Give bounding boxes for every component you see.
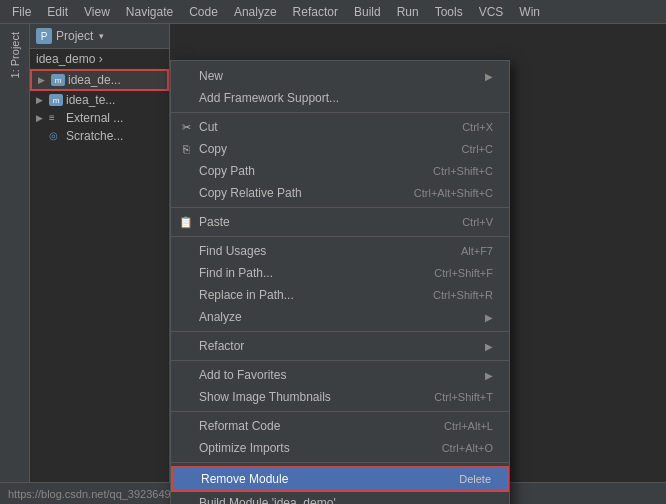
menu-item-find-usages-shortcut: Alt+F7 (461, 245, 493, 257)
menu-navigate[interactable]: Navigate (118, 3, 181, 21)
menu-code[interactable]: Code (181, 3, 226, 21)
menu-item-paste[interactable]: 📋 Paste Ctrl+V (171, 211, 509, 233)
tree-item-label: idea_de... (68, 73, 121, 87)
menu-item-replace-in-path-shortcut: Ctrl+Shift+R (433, 289, 493, 301)
tree-item-external[interactable]: ▶ ≡ External ... (30, 109, 169, 127)
external-icon: ≡ (49, 112, 63, 124)
menu-build[interactable]: Build (346, 3, 389, 21)
menu-item-find-in-path[interactable]: Find in Path... Ctrl+Shift+F (171, 262, 509, 284)
menu-item-copy-path[interactable]: Copy Path Ctrl+Shift+C (171, 160, 509, 182)
menu-item-build-module[interactable]: Build Module 'idea_demo' (171, 492, 509, 504)
copy-icon: ⎘ (179, 142, 193, 156)
menu-item-show-thumbnails-label: Show Image Thumbnails (199, 390, 331, 404)
menu-item-reformat[interactable]: Reformat Code Ctrl+Alt+L (171, 415, 509, 437)
menu-item-remove-module[interactable]: Remove Module Delete (171, 466, 509, 492)
separator-6 (171, 411, 509, 412)
menu-item-show-thumbnails[interactable]: Show Image Thumbnails Ctrl+Shift+T (171, 386, 509, 408)
menu-item-copy-path-shortcut: Ctrl+Shift+C (433, 165, 493, 177)
project-panel-icon: P (36, 28, 52, 44)
module-icon-2: m (49, 94, 63, 106)
separator-2 (171, 207, 509, 208)
submenu-arrow-favorites: ▶ (485, 370, 493, 381)
separator-5 (171, 360, 509, 361)
menu-item-optimize-imports-shortcut: Ctrl+Alt+O (442, 442, 493, 454)
sidebar-tab-project[interactable]: 1: Project (5, 24, 25, 86)
tree-item-label-3: External ... (66, 111, 123, 125)
menu-analyze[interactable]: Analyze (226, 3, 285, 21)
panel-header: P Project ▾ (30, 24, 169, 49)
separator-1 (171, 112, 509, 113)
menu-item-remove-module-label: Remove Module (201, 472, 288, 486)
menu-item-copy-path-label: Copy Path (199, 164, 255, 178)
menu-item-analyze[interactable]: Analyze ▶ (171, 306, 509, 328)
tree-item-label-4: Scratche... (66, 129, 123, 143)
menu-item-paste-shortcut: Ctrl+V (462, 216, 493, 228)
menu-item-optimize-imports[interactable]: Optimize Imports Ctrl+Alt+O (171, 437, 509, 459)
menu-item-cut-shortcut: Ctrl+X (462, 121, 493, 133)
menu-item-add-framework[interactable]: Add Framework Support... (171, 87, 509, 109)
menu-item-add-framework-label: Add Framework Support... (199, 91, 339, 105)
status-url: https://blog.csdn.net/qq_39236499 (8, 488, 177, 500)
sidebar: 1: Project (0, 24, 30, 504)
menu-item-add-favorites[interactable]: Add to Favorites ▶ (171, 364, 509, 386)
menu-item-cut[interactable]: ✂ Cut Ctrl+X (171, 116, 509, 138)
menu-view[interactable]: View (76, 3, 118, 21)
menu-run[interactable]: Run (389, 3, 427, 21)
menu-file[interactable]: File (4, 3, 39, 21)
scratch-icon: ◎ (49, 130, 63, 142)
menu-item-copy-label: Copy (199, 142, 227, 156)
menu-item-copy-relative-path-label: Copy Relative Path (199, 186, 302, 200)
menu-vcs[interactable]: VCS (471, 3, 512, 21)
tree-item-scratch[interactable]: ◎ Scratche... (30, 127, 169, 145)
menu-item-find-usages[interactable]: Find Usages Alt+F7 (171, 240, 509, 262)
tree-arrow-3: ▶ (36, 113, 46, 123)
menu-item-replace-in-path-label: Replace in Path... (199, 288, 294, 302)
menu-item-optimize-imports-label: Optimize Imports (199, 441, 290, 455)
menu-item-copy-relative-path-shortcut: Ctrl+Alt+Shift+C (414, 187, 493, 199)
panel-title: Project (56, 29, 93, 43)
tree-arrow-2: ▶ (36, 95, 46, 105)
menu-item-find-usages-label: Find Usages (199, 244, 266, 258)
project-panel: P Project ▾ idea_demo › ▶ m idea_de... ▶… (30, 24, 170, 504)
tree-arrow: ▶ (38, 75, 48, 85)
menu-item-new-label: New (199, 69, 223, 83)
menu-item-replace-in-path[interactable]: Replace in Path... Ctrl+Shift+R (171, 284, 509, 306)
menu-win[interactable]: Win (511, 3, 548, 21)
menu-item-analyze-label: Analyze (199, 310, 242, 324)
separator-7 (171, 462, 509, 463)
menu-item-cut-label: Cut (199, 120, 218, 134)
panel-dropdown-arrow[interactable]: ▾ (99, 31, 104, 41)
menu-item-paste-label: Paste (199, 215, 230, 229)
menu-edit[interactable]: Edit (39, 3, 76, 21)
tree-item-idea-demo[interactable]: ▶ m idea_de... (30, 69, 169, 91)
submenu-arrow-refactor: ▶ (485, 341, 493, 352)
menu-refactor[interactable]: Refactor (285, 3, 346, 21)
context-menu: New ▶ Add Framework Support... ✂ Cut Ctr… (170, 60, 510, 504)
menu-item-copy[interactable]: ⎘ Copy Ctrl+C (171, 138, 509, 160)
menu-item-copy-relative-path[interactable]: Copy Relative Path Ctrl+Alt+Shift+C (171, 182, 509, 204)
menu-item-find-in-path-label: Find in Path... (199, 266, 273, 280)
tree-item-label-2: idea_te... (66, 93, 115, 107)
menu-item-remove-module-shortcut: Delete (459, 473, 491, 485)
submenu-arrow-new: ▶ (485, 71, 493, 82)
menu-item-build-module-label: Build Module 'idea_demo' (199, 496, 336, 504)
separator-3 (171, 236, 509, 237)
separator-4 (171, 331, 509, 332)
breadcrumb: idea_demo › (30, 49, 169, 69)
menu-item-add-favorites-label: Add to Favorites (199, 368, 286, 382)
module-icon: m (51, 74, 65, 86)
tree-item-idea-test[interactable]: ▶ m idea_te... (30, 91, 169, 109)
menu-item-find-in-path-shortcut: Ctrl+Shift+F (434, 267, 493, 279)
paste-icon: 📋 (179, 215, 193, 229)
menu-tools[interactable]: Tools (427, 3, 471, 21)
menu-bar: File Edit View Navigate Code Analyze Ref… (0, 0, 666, 24)
menu-item-refactor[interactable]: Refactor ▶ (171, 335, 509, 357)
menu-item-new[interactable]: New ▶ (171, 65, 509, 87)
menu-item-refactor-label: Refactor (199, 339, 244, 353)
menu-item-reformat-label: Reformat Code (199, 419, 280, 433)
cut-icon: ✂ (179, 120, 193, 134)
menu-item-copy-shortcut: Ctrl+C (462, 143, 493, 155)
menu-item-reformat-shortcut: Ctrl+Alt+L (444, 420, 493, 432)
submenu-arrow-analyze: ▶ (485, 312, 493, 323)
menu-item-show-thumbnails-shortcut: Ctrl+Shift+T (434, 391, 493, 403)
